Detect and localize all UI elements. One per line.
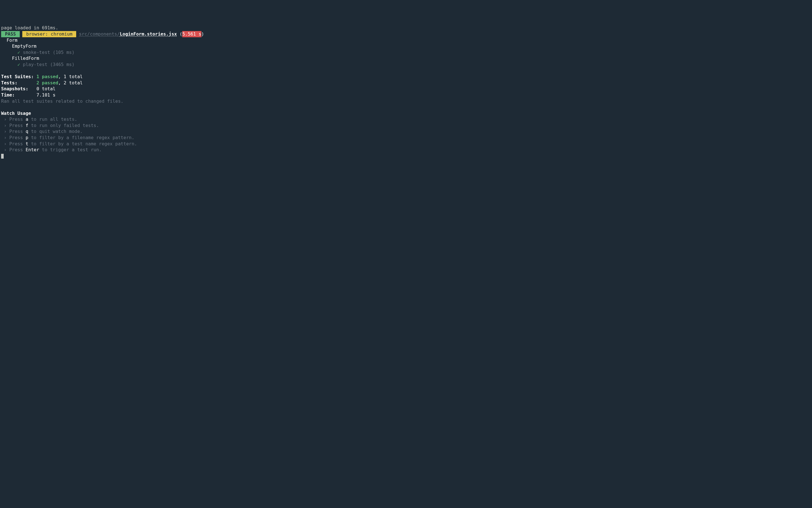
watch-press: Press — [9, 135, 26, 140]
summary-suites-rest: , 1 total — [58, 74, 83, 79]
check-icon: ✓ — [17, 62, 20, 67]
watch-item: › Press f to run only failed tests. — [1, 123, 811, 129]
tree-group-name: EmptyForm — [1, 43, 811, 49]
watch-key: t — [26, 141, 29, 146]
tree-root: Form — [1, 37, 811, 43]
watch-rest: to run all tests. — [28, 117, 77, 122]
summary-snapshots-line: Snapshots: 0 total — [1, 86, 811, 92]
watch-heading: Watch Usage — [1, 110, 811, 117]
summary-suites-line: Test Suites: 1 passed, 1 total — [1, 74, 811, 80]
tree-group-name: FilledForm — [1, 55, 811, 61]
watch-prefix: › — [1, 129, 9, 134]
watch-rest: to filter by a filename regex pattern. — [28, 135, 134, 140]
watch-press: Press — [9, 129, 26, 134]
summary-time-label: Time: — [1, 92, 36, 98]
cursor-line[interactable] — [1, 153, 811, 159]
summary-snapshots-label: Snapshots: — [1, 86, 36, 91]
summary-tests-line: Tests: 2 passed, 2 total — [1, 80, 811, 86]
file-path-dir: src/components/ — [79, 31, 120, 37]
watch-item: › Press p to filter by a filename regex … — [1, 135, 811, 141]
tree-test-prefix — [1, 62, 17, 67]
summary-tests-rest: , 2 total — [58, 80, 83, 86]
tree-test-line: ✓ play-test (3465 ms) — [1, 61, 811, 68]
watch-rest: to trigger a test run. — [39, 147, 102, 153]
watch-prefix: › — [1, 123, 9, 128]
tree-test-text: play-test (3465 ms) — [20, 62, 75, 67]
watch-rest: to filter by a test name regex pattern. — [28, 141, 137, 146]
watch-key: p — [26, 135, 29, 140]
summary-suites-label: Test Suites: — [1, 74, 36, 79]
summary-time-val: 7.101 s — [36, 92, 55, 98]
watch-rest: to run only failed tests. — [28, 123, 99, 128]
summary-ran-line: Ran all test suites related to changed f… — [1, 98, 811, 104]
watch-item: › Press q to quit watch mode. — [1, 128, 811, 135]
watch-key: Enter — [26, 147, 39, 153]
watch-press: Press — [9, 117, 26, 122]
watch-key: q — [26, 129, 29, 134]
watch-press: Press — [9, 123, 26, 128]
blank-line — [1, 104, 811, 110]
watch-rest: to quit watch mode. — [28, 129, 83, 134]
tree-test-text: smoke-test (105 ms) — [20, 50, 75, 55]
preamble-text: page loaded in 691ms. — [1, 25, 58, 31]
watch-press: Press — [9, 141, 26, 146]
paren-open: ( — [177, 31, 182, 37]
watch-key: f — [26, 123, 29, 128]
browser-badge: browser: chromium — [22, 31, 76, 37]
watch-key: a — [26, 117, 29, 122]
pass-badge: PASS — [1, 31, 20, 37]
blank-line — [1, 68, 811, 74]
cursor-icon — [1, 154, 4, 159]
watch-prefix: › — [1, 117, 9, 122]
watch-prefix: › — [1, 135, 9, 140]
check-icon: ✓ — [17, 50, 20, 55]
tree-test-line: ✓ smoke-test (105 ms) — [1, 49, 811, 55]
watch-prefix: › — [1, 141, 9, 146]
summary-snapshots-val: 0 total — [36, 86, 55, 91]
watch-item: › Press t to filter by a test name regex… — [1, 141, 811, 147]
watch-item: › Press Enter to trigger a test run. — [1, 147, 811, 153]
preamble-line: page loaded in 691ms. — [1, 25, 811, 31]
tree-test-prefix — [1, 50, 17, 55]
paren-close: ) — [201, 31, 204, 37]
summary-time-line: Time: 7.101 s — [1, 92, 811, 98]
watch-press: Press — [9, 147, 26, 153]
summary-tests-passed: 2 passed — [36, 80, 58, 86]
duration-badge: 5.561 s — [182, 31, 201, 37]
watch-prefix: › — [1, 147, 9, 153]
watch-item: › Press a to run all tests. — [1, 116, 811, 123]
summary-suites-passed: 1 passed — [36, 74, 58, 79]
summary-tests-label: Tests: — [1, 80, 36, 86]
file-path-name: LoginForm.stories.jsx — [120, 31, 177, 37]
header-line: PASS browser: chromium src/components/Lo… — [1, 31, 811, 37]
